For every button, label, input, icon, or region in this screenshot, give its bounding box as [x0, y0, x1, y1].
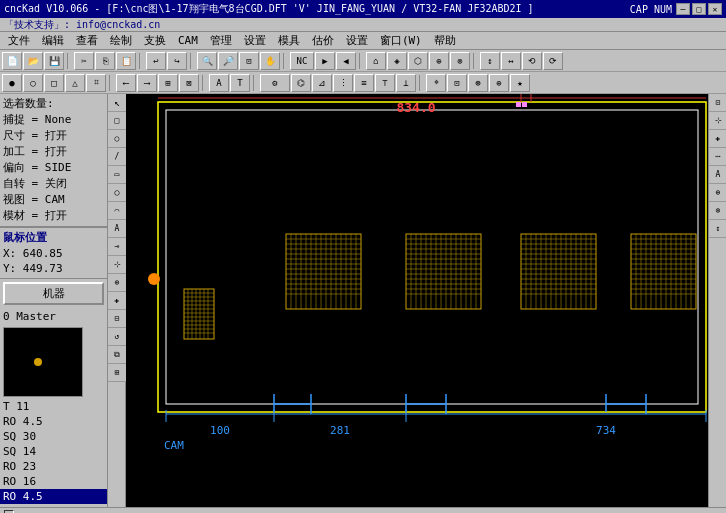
tb2-b19[interactable]: ⌖ — [426, 74, 446, 92]
tb2-b7[interactable]: ⟶ — [137, 74, 157, 92]
tool-measure[interactable]: ⊸ — [108, 238, 126, 256]
coord-x: X: 640.85 — [3, 246, 104, 261]
tb2-b1[interactable]: ● — [2, 74, 22, 92]
tb-paste[interactable]: 📋 — [116, 52, 136, 70]
menu-draw[interactable]: 绘制 — [104, 32, 138, 49]
tb-b8[interactable]: ↕ — [480, 52, 500, 70]
tb2-b9[interactable]: ⊠ — [179, 74, 199, 92]
tb-copy[interactable]: ⎘ — [95, 52, 115, 70]
tb2-b12[interactable]: ⚙ — [260, 74, 290, 92]
menu-window[interactable]: 窗口(W) — [374, 32, 428, 49]
tb-b5[interactable]: ⬡ — [408, 52, 428, 70]
tb-cut[interactable]: ✂ — [74, 52, 94, 70]
tb-open[interactable]: 📂 — [23, 52, 43, 70]
tb-b10[interactable]: ⟲ — [522, 52, 542, 70]
tb2-b10[interactable]: A — [209, 74, 229, 92]
tb2-b11[interactable]: T — [230, 74, 250, 92]
tb-new[interactable]: 📄 — [2, 52, 22, 70]
tb2-b3[interactable]: □ — [44, 74, 64, 92]
tb-save[interactable]: 💾 — [44, 52, 64, 70]
tool-pan2[interactable]: ✚ — [108, 292, 126, 310]
prop-size: 尺寸 = 打开 — [3, 128, 104, 144]
machine-button[interactable]: 机器 — [3, 282, 104, 305]
close-button[interactable]: ✕ — [708, 3, 722, 15]
tool-item-ro45[interactable]: RO 4.5 — [0, 414, 107, 429]
drawing-canvas-area[interactable]: 100 281 734 834.0 423.0 CAM — [126, 94, 708, 507]
tb-zoom-out[interactable]: 🔎 — [218, 52, 238, 70]
tb-redo[interactable]: ↪ — [167, 52, 187, 70]
maximize-button[interactable]: □ — [692, 3, 706, 15]
tool-item-sq14[interactable]: SQ 14 — [0, 444, 107, 459]
tool-line[interactable]: / — [108, 148, 126, 166]
tb2-b22[interactable]: ⊕ — [489, 74, 509, 92]
tb-nc[interactable]: NC — [290, 52, 314, 70]
menu-file[interactable]: 文件 — [2, 32, 36, 49]
tb-pan[interactable]: ✋ — [260, 52, 280, 70]
info-bar: 「技术支持」: info@cnckad.cn — [0, 18, 726, 32]
tb2-b6[interactable]: ⟵ — [116, 74, 136, 92]
tb2-b18[interactable]: ⊥ — [396, 74, 416, 92]
tool-arrow[interactable]: ↖ — [108, 94, 126, 112]
rp-tool4[interactable]: ⋯ — [709, 148, 726, 166]
rp-tool2[interactable]: ⊹ — [709, 112, 726, 130]
menu-mold[interactable]: 模具 — [272, 32, 306, 49]
tool-snap[interactable]: ⊹ — [108, 256, 126, 274]
rp-tool5[interactable]: A — [709, 166, 726, 184]
tool-zoom[interactable]: ⊕ — [108, 274, 126, 292]
tb-zoom-all[interactable]: ⊡ — [239, 52, 259, 70]
tb2-b5[interactable]: ⌗ — [86, 74, 106, 92]
menu-settings2[interactable]: 设置 — [340, 32, 374, 49]
tool-item-ro45b[interactable]: RO 4.5 — [0, 489, 107, 504]
tb-b3[interactable]: ⌂ — [366, 52, 386, 70]
tool-text[interactable]: A — [108, 220, 126, 238]
rp-tool8[interactable]: ↕ — [709, 220, 726, 238]
tool-rect[interactable]: ▭ — [108, 166, 126, 184]
status-text — [4, 510, 14, 514]
tb-b9[interactable]: ↔ — [501, 52, 521, 70]
menu-estimate[interactable]: 估价 — [306, 32, 340, 49]
tb-zoom-in[interactable]: 🔍 — [197, 52, 217, 70]
tb2-b8[interactable]: ⊞ — [158, 74, 178, 92]
menu-help[interactable]: 帮助 — [428, 32, 462, 49]
tb-b7[interactable]: ⊗ — [450, 52, 470, 70]
tb2-b13[interactable]: ⌬ — [291, 74, 311, 92]
menu-edit[interactable]: 编辑 — [36, 32, 70, 49]
tool-lasso[interactable]: ○ — [108, 130, 126, 148]
menu-manage[interactable]: 管理 — [204, 32, 238, 49]
menu-settings[interactable]: 设置 — [238, 32, 272, 49]
menu-cam[interactable]: CAM — [172, 33, 204, 48]
tb2-b4[interactable]: △ — [65, 74, 85, 92]
tool-rotate2[interactable]: ↺ — [108, 328, 126, 346]
tool-circle[interactable]: ◯ — [108, 184, 126, 202]
tb2-b20[interactable]: ⊡ — [447, 74, 467, 92]
tb-undo[interactable]: ↩ — [146, 52, 166, 70]
menu-exchange[interactable]: 支换 — [138, 32, 172, 49]
tb2-b2[interactable]: ○ — [23, 74, 43, 92]
tool-item-ro16[interactable]: RO 16 — [0, 474, 107, 489]
rp-tool7[interactable]: ⊗ — [709, 202, 726, 220]
tool-item-ro23[interactable]: RO 23 — [0, 459, 107, 474]
tb-b2[interactable]: ◀ — [336, 52, 356, 70]
tool-mirror[interactable]: ⊟ — [108, 310, 126, 328]
tb2-b15[interactable]: ⋮ — [333, 74, 353, 92]
rp-tool1[interactable]: ⊡ — [709, 94, 726, 112]
tb-b11[interactable]: ⟳ — [543, 52, 563, 70]
tb2-b21[interactable]: ⊛ — [468, 74, 488, 92]
tb2-b17[interactable]: ⊤ — [375, 74, 395, 92]
tool-array[interactable]: ⊞ — [108, 364, 126, 382]
tb-b6[interactable]: ⊕ — [429, 52, 449, 70]
minimize-button[interactable]: ─ — [676, 3, 690, 15]
tb2-b14[interactable]: ⊿ — [312, 74, 332, 92]
tb2-b16[interactable]: ≡ — [354, 74, 374, 92]
tool-select[interactable]: □ — [108, 112, 126, 130]
rp-tool6[interactable]: ⊕ — [709, 184, 726, 202]
rp-tool3[interactable]: ✚ — [709, 130, 726, 148]
tb-b4[interactable]: ◈ — [387, 52, 407, 70]
menu-view[interactable]: 查看 — [70, 32, 104, 49]
tool-arc[interactable]: ⌒ — [108, 202, 126, 220]
tb-b1[interactable]: ▶ — [315, 52, 335, 70]
tb2-b23[interactable]: ★ — [510, 74, 530, 92]
svg-rect-139 — [516, 102, 521, 107]
tool-item-sq30[interactable]: SQ 30 — [0, 429, 107, 444]
tool-copy2[interactable]: ⧉ — [108, 346, 126, 364]
